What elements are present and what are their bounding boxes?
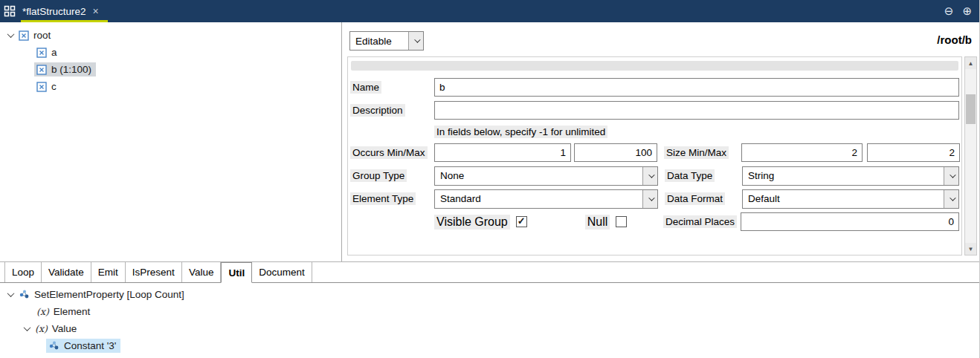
horizontal-scrollbar[interactable] — [351, 61, 958, 71]
size-min-input[interactable] — [741, 143, 863, 162]
name-input[interactable] — [434, 78, 959, 97]
vertical-scrollbar[interactable]: ▲ ▼ — [964, 56, 977, 256]
null-label: Null — [585, 215, 610, 230]
editable-select[interactable]: Editable — [349, 31, 424, 51]
visible-group-label: Visible Group — [434, 215, 510, 230]
rule-row-element[interactable]: (x) Element — [0, 303, 979, 320]
occurs-label: Occurs Min/Max — [350, 147, 434, 158]
chevron-down-icon[interactable] — [408, 32, 423, 50]
rule-label: Element — [54, 306, 91, 317]
tree-row-root[interactable]: root — [0, 27, 341, 44]
properties-panel: Editable /root/b Name Description In fie… — [342, 22, 979, 261]
visible-group-checkbox[interactable] — [516, 216, 527, 227]
tab-value[interactable]: Value — [182, 262, 222, 282]
tab-util[interactable]: Util — [221, 262, 252, 283]
name-label: Name — [350, 82, 434, 93]
tab-ispresent[interactable]: IsPresent — [126, 262, 182, 282]
element-type-select[interactable]: Standard — [434, 189, 658, 209]
element-path: /root/b — [937, 33, 972, 46]
decimal-places-input[interactable] — [741, 212, 959, 231]
rule-row-value[interactable]: (x) Value — [0, 320, 979, 337]
tree-row-b[interactable]: b (1:100) — [0, 61, 341, 78]
element-icon — [19, 30, 29, 41]
structure-grid-icon — [4, 5, 16, 18]
scrollbar-thumb[interactable] — [966, 94, 976, 124]
title-bar: *flatStructure2 × ⊖ ⊕ — [0, 0, 979, 22]
document-tab[interactable]: *flatStructure2 × — [21, 0, 108, 22]
tab-emit[interactable]: Emit — [91, 262, 126, 282]
app-window: *flatStructure2 × ⊖ ⊕ root — [0, 0, 980, 358]
data-format-label: Data Format — [665, 193, 742, 204]
data-format-select[interactable]: Default — [742, 189, 959, 209]
molecule-icon — [48, 340, 59, 351]
element-icon — [36, 48, 47, 58]
function-icon: (x) — [36, 306, 49, 317]
rule-row-constant[interactable]: Constant '3' — [0, 337, 979, 354]
molecule-icon — [19, 289, 30, 300]
tree-label: c — [51, 81, 57, 92]
occurs-max-input[interactable] — [574, 143, 657, 162]
chevron-down-icon[interactable] — [4, 33, 16, 38]
description-input[interactable] — [434, 101, 959, 120]
unlimited-hint: In fields below, specify -1 for unlimite… — [434, 126, 607, 138]
data-type-label: Data Type — [665, 170, 742, 181]
editable-select-value: Editable — [350, 32, 408, 50]
element-type-label: Element Type — [350, 193, 434, 204]
rule-label: Value — [52, 323, 77, 334]
size-label: Size Min/Max — [664, 147, 741, 158]
tab-title: *flatStructure2 — [22, 6, 86, 17]
chevron-down-icon[interactable] — [642, 190, 657, 208]
tree-label: root — [33, 30, 51, 41]
properties-form: Name Description In fields below, specif… — [347, 56, 962, 256]
function-icon: (x) — [35, 323, 48, 334]
chevron-down-icon[interactable] — [944, 190, 958, 208]
tab-document[interactable]: Document — [252, 262, 312, 282]
chevron-down-icon[interactable] — [4, 292, 16, 297]
tree-label: b (1:100) — [51, 64, 91, 75]
description-label: Description — [350, 105, 434, 116]
tree-row-a[interactable]: a — [0, 44, 341, 61]
rule-label: SetElementProperty [Loop Count] — [34, 289, 184, 300]
expand-circle-icon[interactable]: ⊕ — [962, 4, 972, 18]
null-checkbox[interactable] — [616, 216, 627, 227]
scroll-down-icon[interactable]: ▼ — [965, 243, 976, 255]
tab-validate[interactable]: Validate — [42, 262, 91, 282]
rule-row-setelementproperty[interactable]: SetElementProperty [Loop Count] — [0, 286, 979, 303]
element-icon — [36, 82, 47, 92]
rules-panel: Loop Validate Emit IsPresent Value Util … — [0, 261, 979, 358]
group-type-select[interactable]: None — [434, 166, 658, 186]
scroll-up-icon[interactable]: ▲ — [965, 57, 976, 69]
collapse-circle-icon[interactable]: ⊖ — [944, 4, 954, 18]
rules-tab-bar: Loop Validate Emit IsPresent Value Util … — [0, 262, 979, 283]
tab-loop[interactable]: Loop — [4, 262, 42, 282]
tree-label: a — [51, 47, 57, 58]
chevron-down-icon[interactable] — [944, 167, 958, 185]
main-split: root a b (1:100) — [0, 22, 979, 261]
close-icon[interactable]: × — [93, 6, 99, 16]
group-type-label: Group Type — [350, 170, 434, 181]
util-rule-tree: SetElementProperty [Loop Count] (x) Elem… — [0, 283, 979, 354]
occurs-min-input[interactable] — [434, 143, 571, 162]
chevron-down-icon[interactable] — [642, 167, 657, 185]
data-type-select[interactable]: String — [742, 166, 959, 186]
window-controls: ⊖ ⊕ — [944, 4, 972, 18]
element-icon — [36, 65, 47, 75]
structure-tree: root a b (1:100) — [0, 22, 342, 261]
tree-row-c[interactable]: c — [0, 78, 341, 95]
decimal-places-label: Decimal Places — [663, 216, 741, 227]
rule-label: Constant '3' — [64, 340, 116, 351]
chevron-down-icon[interactable] — [21, 326, 33, 331]
size-max-input[interactable] — [867, 143, 960, 162]
